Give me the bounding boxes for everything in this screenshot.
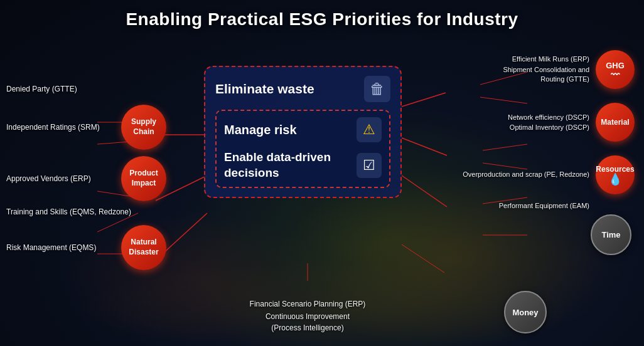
overproduction-label: Overproduction and scrap (PE, Redzone) [421,170,589,179]
optimal-inventory-label: Optimal Inventory (DSCP) [421,123,589,131]
right-top-section: Efficient Milk Runs (ERP) Shipment Conso… [421,50,635,255]
supply-chain-circle: Supply Chain [121,105,166,150]
approved-vendors-label: Approved Vendors (ERP) [6,174,116,183]
enable-decisions-row: Enable data-driven decisions ☑ [224,150,382,181]
independent-ratings-label: Independent Ratings (SRM) [6,123,116,132]
material-labels: Network efficiency (DSCP) Optimal Invent… [421,113,589,131]
natural-disaster-circle: Natural Disaster [121,225,166,270]
financial-planning-label: Financial Scenario Planning (ERP) [195,300,421,308]
performant-equipment-label: Performant Equipment (EAM) [421,202,589,209]
material-row: Network efficiency (DSCP) Optimal Invent… [421,103,635,142]
time-circle: Time [591,214,631,255]
inner-box: Manage risk ⚠ Enable data-driven decisio… [215,110,390,188]
eliminate-waste-row: Eliminate waste 🗑 [215,76,390,102]
money-circle: Money [504,291,547,333]
network-efficiency-label: Network efficiency (DSCP) [421,113,589,121]
performant-equipment-row: Performant Equipment (EAM) [421,202,635,209]
product-impact-circle: Product Impact [121,156,166,201]
trash-icon: 🗑 [364,76,390,102]
left-item-denied-party: Denied Party (GTTE) [6,85,166,93]
training-label: Training and Skills (EQMS, Redzone) [6,207,166,216]
checkbox-icon: ☑ [357,153,382,178]
center-box: Eliminate waste 🗑 Manage risk ⚠ Enable d… [204,66,402,198]
ghg-row: Efficient Milk Runs (ERP) Shipment Conso… [421,50,635,89]
manage-risk-label: Manage risk [224,123,297,137]
left-section: Denied Party (GTTE) Independent Ratings … [6,85,166,270]
continuous-improvement-label: Continuous Improvement(Process Intellige… [195,311,421,333]
enable-decisions-label: Enable data-driven decisions [224,150,350,181]
left-item-independent-ratings: Independent Ratings (SRM) Supply Chain [6,105,166,150]
left-item-risk-management: Risk Management (EQMS) Natural Disaster [6,225,166,270]
manage-risk-row: Manage risk ⚠ [224,117,382,142]
material-circle: Material [596,103,635,142]
shipment-consolidation-label: Shipment Consolidation andRouting (GTTE) [421,65,589,85]
resources-circle: Resources 💧 [596,155,635,194]
resources-row: Overproduction and scrap (PE, Redzone) R… [421,155,635,194]
ghg-labels: Efficient Milk Runs (ERP) Shipment Conso… [421,55,589,85]
resources-labels: Overproduction and scrap (PE, Redzone) [421,170,589,179]
bottom-section: Financial Scenario Planning (ERP) Contin… [195,300,421,333]
risk-management-label: Risk Management (EQMS) [6,243,116,252]
page-title: Enabling Practical ESG Priorities for In… [0,0,644,33]
left-item-approved-vendors: Approved Vendors (ERP) Product Impact [6,156,166,201]
warning-icon: ⚠ [357,117,382,142]
eliminate-waste-label: Eliminate waste [215,81,314,97]
ghg-circle: GHG 〰 [596,50,635,89]
time-row: Time [421,214,631,255]
denied-party-label: Denied Party (GTTE) [6,85,166,93]
left-item-training: Training and Skills (EQMS, Redzone) [6,207,166,216]
efficient-milk-runs-label: Efficient Milk Runs (ERP) [421,55,589,63]
